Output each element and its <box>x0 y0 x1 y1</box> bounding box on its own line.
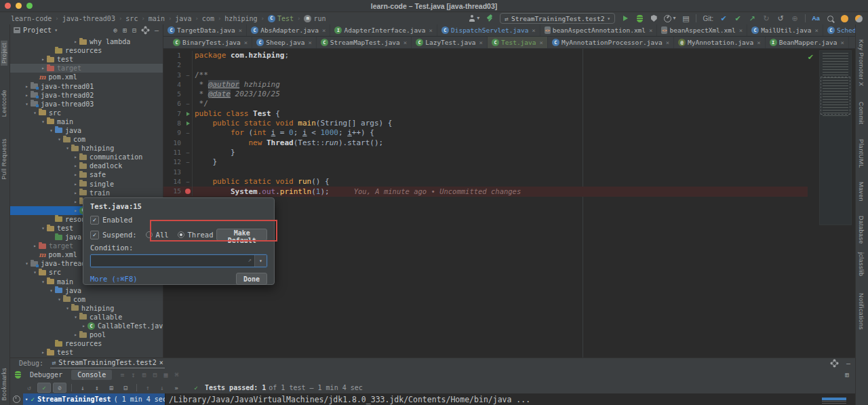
console-output[interactable]: /Library/Java/JavaVirtualMachines/jdk1.8… <box>165 393 856 405</box>
breadcrumb-item[interactable]: java-thread03 <box>62 15 115 22</box>
sidebar-item-notifications[interactable]: Notifications <box>858 293 865 330</box>
breadcrumb-item[interactable]: learn-code <box>11 15 52 22</box>
tree-expanded-icon[interactable]: ▾ <box>25 397 28 402</box>
sidebar-item-leetcode[interactable]: Leetcode <box>1 90 7 117</box>
debug-button[interactable] <box>635 15 644 22</box>
tree-item[interactable]: ▸pool <box>9 330 163 339</box>
gutter-marker[interactable] <box>184 109 193 119</box>
code-line[interactable]: 12− } <box>163 157 856 167</box>
build-hammer-icon[interactable] <box>486 15 494 22</box>
tree-toggle-icon[interactable]: ▾ <box>56 136 63 142</box>
expand-editor-icon[interactable]: ↗ <box>248 256 252 263</box>
tree-item[interactable]: ▾hzhiping <box>9 144 163 153</box>
scroll-to-end-icon[interactable]: ↧ <box>131 371 135 379</box>
git-update-icon[interactable]: ✔ <box>719 15 728 22</box>
inspections-ok-icon[interactable]: ✔ <box>808 53 814 62</box>
gutter-marker[interactable] <box>184 51 193 60</box>
tab-close-icon[interactable]: × <box>532 27 535 34</box>
tree-item[interactable]: ▸java-thread02 <box>9 91 163 100</box>
code-line[interactable]: 13 <box>163 168 856 177</box>
history-clock-icon[interactable] <box>9 393 23 405</box>
condition-field[interactable]: ↗ <box>91 255 254 267</box>
tree-item[interactable]: ▾com <box>9 295 163 304</box>
tab-console[interactable]: Console <box>71 370 112 380</box>
next-failed-icon[interactable]: ↓ <box>156 383 168 392</box>
code-line[interactable]: 7public class Test { <box>163 109 856 119</box>
tree-item[interactable]: ▾java <box>9 126 163 135</box>
run-configuration-select[interactable]: ⇄ StreamTrainingTest.test2 ▾ <box>500 13 615 24</box>
sidebar-item-bookmarks[interactable]: Bookmarks <box>1 368 7 401</box>
code-line[interactable]: 14− public static void run() { <box>163 177 856 187</box>
tab-close-icon[interactable]: × <box>815 27 818 34</box>
fold-icon[interactable]: − <box>184 177 193 187</box>
breadcrumb-item[interactable]: CTest <box>268 15 294 22</box>
tree-toggle-icon[interactable]: ▸ <box>72 154 79 160</box>
git-push-icon[interactable]: ↗ <box>748 15 756 22</box>
code-line[interactable]: 15 System.out.println(1);You, A minute a… <box>163 187 856 196</box>
expand-all-icon[interactable]: ⊞ <box>123 26 127 34</box>
gutter-marker[interactable] <box>184 60 193 70</box>
debug-session-tab[interactable]: ⇄ StreamTrainingTest.test2 × <box>50 358 165 368</box>
tree-item[interactable]: ▸test <box>9 348 163 357</box>
breadcrumb-item[interactable]: src <box>125 15 138 22</box>
sidebar-item-plantuml[interactable]: PlantUML <box>858 139 865 168</box>
condition-input[interactable]: ↗ ▾ <box>90 254 267 267</box>
tab-close-icon[interactable]: × <box>308 39 311 46</box>
tree-toggle-icon[interactable]: ▸ <box>31 243 39 249</box>
hide-panel-icon[interactable]: — <box>846 360 850 367</box>
tree-toggle-icon[interactable]: ▸ <box>39 56 47 62</box>
code-line[interactable]: 1package com.hzhiping; <box>163 51 856 60</box>
tree-item[interactable]: resources <box>9 46 163 55</box>
editor-tab[interactable]: @MyAnnotation.java× <box>674 37 766 48</box>
breadcrumb-item[interactable]: java <box>175 15 191 22</box>
gear-icon[interactable] <box>832 361 837 366</box>
make-default-button[interactable]: Make Default <box>216 229 267 241</box>
tree-item[interactable]: resources <box>9 339 163 348</box>
print-icon[interactable]: ⊞ <box>142 371 146 379</box>
expand-all-icon[interactable]: ⊞ <box>105 383 117 392</box>
editor-tab[interactable]: CStreamMapTest.java× <box>317 37 412 48</box>
breadcrumb-item[interactable]: hzhiping <box>224 15 257 22</box>
tree-toggle-icon[interactable]: ▾ <box>39 225 47 231</box>
collapse-all-icon[interactable]: ⊟ <box>119 383 132 392</box>
tree-item[interactable]: mpom.xml <box>9 73 163 81</box>
tree-toggle-icon[interactable]: ▾ <box>39 279 47 285</box>
minimap-viewport[interactable] <box>821 77 850 115</box>
tree-toggle-icon[interactable]: ▸ <box>23 83 31 90</box>
tab-close-icon[interactable]: × <box>649 27 652 34</box>
more-icon[interactable]: » <box>170 383 182 392</box>
close-icon[interactable]: × <box>159 359 163 366</box>
collapse-all-icon[interactable]: ⊟ <box>132 26 136 34</box>
fold-icon[interactable]: − <box>184 71 193 80</box>
code-line[interactable]: 3−/** <box>163 71 856 80</box>
gutter-marker[interactable] <box>184 80 193 90</box>
sidebar-item-key-promoter[interactable]: Key Promoter X <box>858 39 865 86</box>
console-scrollbar[interactable] <box>822 398 846 400</box>
editor-tab[interactable]: CSheep.java× <box>252 37 317 48</box>
run-button[interactable] <box>621 16 629 21</box>
code-minimap[interactable] <box>819 50 852 225</box>
layout-icon[interactable]: ▦ <box>163 371 167 379</box>
breadcrumb-item[interactable]: main <box>149 15 165 22</box>
tree-toggle-icon[interactable]: ▾ <box>39 119 47 125</box>
tree-item[interactable]: ▸why lambda <box>9 37 163 46</box>
tree-item[interactable]: ▾src <box>9 109 163 117</box>
run-line-icon[interactable] <box>186 121 190 126</box>
clear-all-icon[interactable]: ⊟ <box>153 371 157 379</box>
gutter-marker[interactable] <box>184 168 193 177</box>
shortcuts-icon[interactable]: ⌘ <box>174 371 178 379</box>
fold-icon[interactable]: − <box>184 148 193 157</box>
sidebar-item-commit[interactable]: Commit <box>858 102 865 124</box>
tree-item[interactable]: ▸CCallableTest.java <box>9 322 163 330</box>
maximize-window-icon[interactable] <box>26 3 33 9</box>
editor-tab[interactable]: CMailUtil.java× <box>747 24 823 36</box>
soft-wrap-icon[interactable]: ≡ <box>120 371 124 379</box>
editor-tab[interactable]: CTargetData.java× <box>163 24 247 36</box>
sidebar-item-project[interactable]: Project <box>1 41 7 66</box>
tree-toggle-icon[interactable]: ▸ <box>72 190 79 196</box>
run-line-icon[interactable] <box>186 112 190 116</box>
fold-icon[interactable]: − <box>184 157 193 167</box>
code-line[interactable]: 10 new Thread(Test::run).start(); <box>163 138 856 148</box>
tree-toggle-icon[interactable]: ▾ <box>64 145 71 151</box>
tree-item[interactable]: ▸train <box>9 189 163 197</box>
